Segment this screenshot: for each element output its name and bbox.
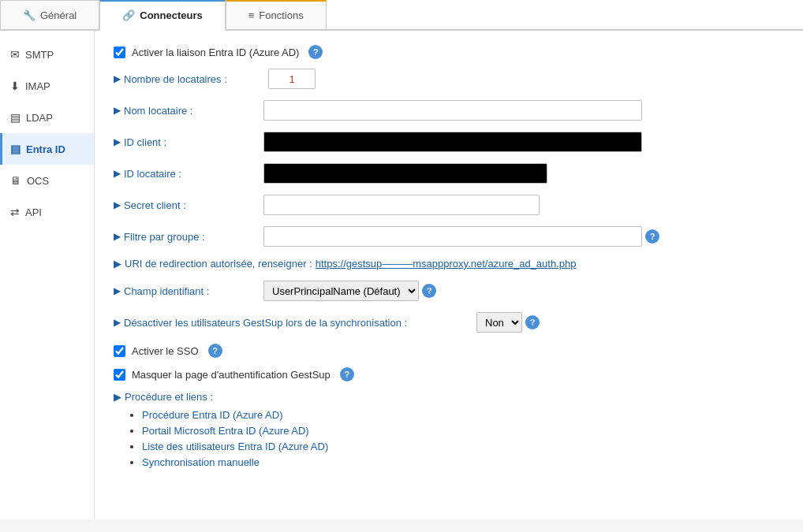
sidebar-item-imap[interactable]: ⬇ IMAP [0, 70, 94, 102]
desactiver-help-icon[interactable]: ? [525, 315, 540, 329]
ldap-icon: ▤ [10, 111, 21, 124]
api-icon: ⇄ [10, 206, 20, 218]
sidebar-item-smtp[interactable]: ✉ SMTP [0, 39, 94, 70]
masquer-page-checkbox[interactable] [114, 369, 125, 381]
procedure-section: ▶ Procédure et liens : Procédure Entra I… [114, 391, 784, 468]
tab-fonctions[interactable]: ≡ Fonctions [226, 0, 327, 29]
filtre-help-icon[interactable]: ? [645, 229, 659, 244]
uri-link[interactable]: https://gestsup———msappproxy.net/azure_a… [316, 258, 577, 270]
procedure-link-1[interactable]: Procédure Entra ID (Azure AD) [142, 409, 282, 421]
nom-locataire-row: ▶ Nom locataire : [114, 100, 784, 121]
sidebar-item-ocs[interactable]: 🖥 OCS [0, 165, 94, 196]
list-item: Synchronisation manuelle [142, 456, 784, 468]
nombre-locataires-label: ▶ Nombre de locataires : [114, 73, 263, 85]
activate-entra-row: Activer la liaison Entra ID (Azure AD) ? [114, 45, 784, 59]
connecteurs-icon: 🔗 [122, 9, 135, 21]
filtre-groupe-row: ▶ Filtre par groupe : ? [114, 226, 784, 247]
procedure-list: Procédure Entra ID (Azure AD) Portail Mi… [114, 409, 784, 468]
nom-locataire-input[interactable] [263, 100, 642, 121]
list-item: Procédure Entra ID (Azure AD) [142, 409, 784, 421]
activer-sso-label: Activer le SSO [132, 345, 199, 357]
ocs-icon: 🖥 [10, 174, 21, 187]
uri-label: URI de redirection autorisée, renseigner… [125, 258, 312, 270]
secret-client-input[interactable] [263, 195, 540, 215]
masquer-page-row: Masquer la page d'authentification GestS… [114, 367, 784, 381]
list-item: Portail Microsoft Entra ID (Azure AD) [142, 425, 784, 437]
masquer-page-label: Masquer la page d'authentification GestS… [132, 369, 331, 381]
arrow-icon: ▶ [114, 73, 121, 84]
champ-identifiant-label: ▶ Champ identifiant : [114, 285, 263, 297]
sidebar-item-api[interactable]: ⇄ API [0, 196, 94, 228]
procedure-link-2[interactable]: Portail Microsoft Entra ID (Azure AD) [142, 425, 309, 437]
filtre-groupe-label: ▶ Filtre par groupe : [114, 231, 263, 243]
id-locataire-row: ▶ ID locataire : [114, 163, 784, 184]
smtp-icon: ✉ [10, 48, 20, 61]
desactiver-label: ▶ Désactiver les utilisateurs GestSup lo… [114, 317, 476, 329]
desactiver-row: ▶ Désactiver les utilisateurs GestSup lo… [114, 312, 784, 333]
activer-sso-row: Activer le SSO ? [114, 344, 784, 358]
secret-client-row: ▶ Secret client : [114, 195, 784, 215]
id-client-row: ▶ ID client : [114, 132, 784, 152]
champ-identifiant-select[interactable]: UserPrincipalName (Défaut) Mail SamAccou… [263, 281, 419, 301]
tab-general[interactable]: 🔧 Général [0, 0, 99, 29]
uri-row: ▶ URI de redirection autorisée, renseign… [114, 258, 784, 270]
sidebar-item-entraid[interactable]: ▤ Entra ID [0, 133, 94, 165]
activer-sso-checkbox[interactable] [114, 345, 125, 357]
procedure-title: ▶ Procédure et liens : [114, 391, 784, 403]
imap-icon: ⬇ [10, 80, 20, 92]
id-client-input[interactable] [263, 132, 642, 152]
secret-client-label: ▶ Secret client : [114, 199, 263, 211]
activate-entra-checkbox[interactable] [114, 47, 125, 58]
tab-connecteurs[interactable]: 🔗 Connecteurs [99, 0, 225, 31]
champ-help-icon[interactable]: ? [422, 284, 436, 298]
id-locataire-input[interactable] [263, 163, 547, 184]
procedure-link-4[interactable]: Synchronisation manuelle [142, 456, 260, 468]
id-client-label: ▶ ID client : [114, 136, 263, 148]
sidebar: ✉ SMTP ⬇ IMAP ▤ LDAP ▤ Entra ID 🖥 OCS ⇄ … [0, 31, 95, 519]
entraid-icon: ▤ [10, 143, 21, 155]
main-layout: ✉ SMTP ⬇ IMAP ▤ LDAP ▤ Entra ID 🖥 OCS ⇄ … [0, 31, 803, 519]
champ-identifiant-row: ▶ Champ identifiant : UserPrincipalName … [114, 281, 784, 301]
id-locataire-label: ▶ ID locataire : [114, 168, 263, 180]
desactiver-select[interactable]: Non Oui [476, 312, 522, 333]
fonctions-icon: ≡ [248, 9, 255, 21]
masquer-help-icon[interactable]: ? [340, 367, 354, 381]
procedure-link-3[interactable]: Liste des utilisateurs Entra ID (Azure A… [142, 441, 328, 452]
filtre-groupe-input[interactable] [263, 226, 642, 247]
nombre-locataires-input[interactable]: 1 [268, 69, 316, 89]
sso-help-icon[interactable]: ? [208, 344, 222, 358]
nombre-locataires-row: ▶ Nombre de locataires : 1 [114, 69, 784, 89]
content-area: Activer la liaison Entra ID (Azure AD) ?… [95, 31, 803, 519]
activate-entra-label: Activer la liaison Entra ID (Azure AD) [132, 47, 299, 58]
activate-help-icon[interactable]: ? [308, 45, 323, 59]
sidebar-item-ldap[interactable]: ▤ LDAP [0, 102, 94, 133]
nom-locataire-label: ▶ Nom locataire : [114, 105, 263, 117]
tabs-bar: 🔧 Général 🔗 Connecteurs ≡ Fonctions [0, 0, 803, 31]
general-icon: 🔧 [23, 9, 35, 21]
list-item: Liste des utilisateurs Entra ID (Azure A… [142, 441, 784, 452]
